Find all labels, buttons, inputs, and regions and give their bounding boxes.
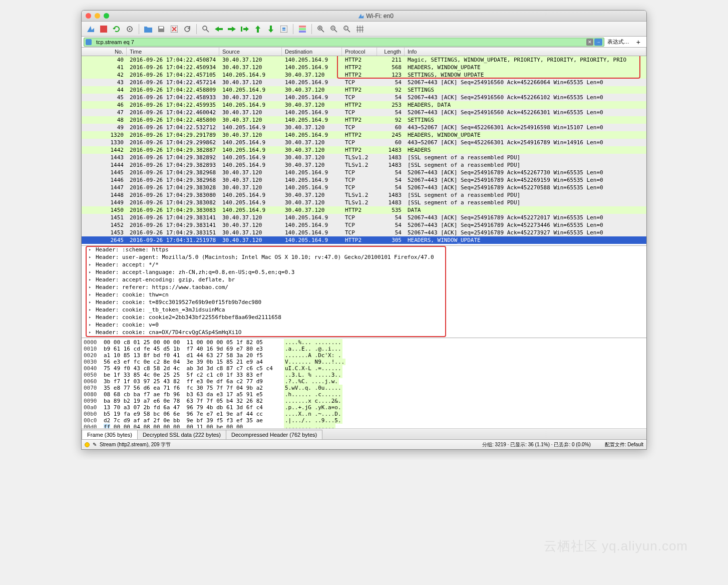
display-filter-input[interactable] xyxy=(84,38,604,47)
packet-row[interactable]: 412016-09-26 17:04:22.45093430.40.37.120… xyxy=(82,64,646,71)
detail-line[interactable]: Header: cookie: cna=DX/7D4rcvQgCASp4SmHq… xyxy=(82,329,646,336)
packet-row[interactable]: 432016-09-26 17:04:22.45721430.40.37.120… xyxy=(82,79,646,86)
hex-row[interactable]: 008008 68 cb ba f7 ae fb 96 b3 63 da e3 … xyxy=(84,391,644,398)
expert-info-icon[interactable] xyxy=(85,442,90,447)
detail-line[interactable]: Header: cookie: cookie2=2bb343bf22556fbb… xyxy=(82,314,646,321)
hex-row[interactable]: 007035 e8 77 56 d6 ea 71 f6 fc 30 75 7f … xyxy=(84,385,644,391)
packet-row[interactable]: 14512016-09-26 17:04:29.38314130.40.37.1… xyxy=(82,214,646,221)
packet-row[interactable]: 14492016-09-26 17:04:29.383082140.205.16… xyxy=(82,199,646,206)
goto-last-button[interactable] xyxy=(265,23,277,35)
col-header-source[interactable]: Source xyxy=(219,48,282,56)
packet-row[interactable]: 14522016-09-26 17:04:29.38314130.40.37.1… xyxy=(82,221,646,229)
packet-row[interactable]: 492016-09-26 17:04:22.532712140.205.164.… xyxy=(82,124,646,131)
detail-line[interactable]: Header: cookie: t=89cc3019527e69b9e0f15f… xyxy=(82,299,646,306)
hex-row[interactable]: 000000 00 c8 01 25 00 00 00 11 00 00 00 … xyxy=(84,339,644,346)
hex-dump[interactable]: 000000 00 c8 01 25 00 00 00 11 00 00 00 … xyxy=(82,338,646,428)
close-button[interactable] xyxy=(86,13,91,19)
prev-packet-button[interactable] xyxy=(213,23,225,35)
packet-row[interactable]: 14472016-09-26 17:04:29.38302830.40.37.1… xyxy=(82,184,646,191)
tab-decompressed[interactable]: Decompressed Header (762 bytes) xyxy=(226,430,322,439)
open-file-button[interactable] xyxy=(142,23,154,35)
minimize-button[interactable] xyxy=(95,13,100,19)
packet-row[interactable]: 14422016-09-26 17:04:29.382887140.205.16… xyxy=(82,146,646,154)
detail-line[interactable]: Header: user-agent: Mozilla/5.0 (Macinto… xyxy=(82,253,646,261)
svg-point-5 xyxy=(203,26,207,30)
packet-row[interactable]: 26452016-09-26 17:04:31.25197830.40.37.1… xyxy=(82,236,646,244)
col-header-info[interactable]: Info xyxy=(405,48,646,56)
col-header-no[interactable]: No. xyxy=(82,48,127,56)
packet-row[interactable]: 452016-09-26 17:04:22.45893330.40.37.120… xyxy=(82,94,646,101)
packet-row[interactable]: 422016-09-26 17:04:22.457105140.205.164.… xyxy=(82,71,646,79)
col-header-proto[interactable]: Protocol xyxy=(342,48,377,56)
packet-row[interactable]: 14442016-09-26 17:04:29.382893140.205.16… xyxy=(82,161,646,169)
expression-button[interactable]: 表达式… xyxy=(604,38,632,46)
filter-bookmark-icon[interactable] xyxy=(86,39,92,45)
detail-line[interactable]: Header: cookie: thw=cn xyxy=(82,291,646,299)
hex-row[interactable]: 0020a1 10 85 13 8f bd f0 41 d1 44 63 27 … xyxy=(84,352,644,359)
packet-row[interactable]: 14452016-09-26 17:04:29.38296830.40.37.1… xyxy=(82,169,646,176)
tab-decrypted[interactable]: Decrypted SSL data (222 bytes) xyxy=(137,430,226,439)
packet-row[interactable]: 472016-09-26 17:04:22.46004230.40.37.120… xyxy=(82,109,646,116)
toolbar: 1 xyxy=(82,22,646,37)
packet-row[interactable]: 14462016-09-26 17:04:29.38296830.40.37.1… xyxy=(82,176,646,184)
packet-list-body[interactable]: 402016-09-26 17:04:22.45087430.40.37.120… xyxy=(82,56,646,245)
hex-row[interactable]: 00a013 70 a3 07 2b fd 6a 47 96 79 4b db … xyxy=(84,404,644,411)
resize-columns-button[interactable] xyxy=(354,23,366,35)
packet-row[interactable]: 462016-09-26 17:04:22.459935140.205.164.… xyxy=(82,101,646,109)
zoom-out-button[interactable] xyxy=(328,23,340,35)
detail-line[interactable]: Header: :scheme: https xyxy=(82,246,646,253)
detail-line[interactable]: Header: accept: */* xyxy=(82,261,646,268)
detail-line[interactable]: Header: cookie: _tb_token_=3mJidsuinMca xyxy=(82,306,646,314)
packet-row[interactable]: 13202016-09-26 17:04:29.29178930.40.37.1… xyxy=(82,131,646,139)
packet-row[interactable]: 14482016-09-26 17:04:29.383080140.205.16… xyxy=(82,191,646,199)
goto-first-button[interactable] xyxy=(252,23,264,35)
edit-icon[interactable]: ✎ xyxy=(93,442,97,447)
zoom-button[interactable] xyxy=(104,13,109,19)
save-button[interactable] xyxy=(155,23,167,35)
packet-row[interactable]: 14502016-09-26 17:04:29.383083140.205.16… xyxy=(82,206,646,214)
reload-button[interactable] xyxy=(181,23,193,35)
add-filter-button[interactable]: + xyxy=(632,38,644,46)
col-header-dest[interactable]: Destination xyxy=(282,48,342,56)
options-button[interactable] xyxy=(124,23,136,35)
clear-filter-button[interactable]: ✕ xyxy=(586,39,593,46)
detail-line[interactable]: Header: accept-encoding: gzip, deflate, … xyxy=(82,276,646,283)
zoom-in-button[interactable] xyxy=(315,23,327,35)
find-button[interactable] xyxy=(200,23,212,35)
packet-row[interactable]: 402016-09-26 17:04:22.45087430.40.37.120… xyxy=(82,56,646,64)
svg-rect-7 xyxy=(299,26,306,28)
start-capture-button[interactable] xyxy=(85,23,97,35)
hex-row[interactable]: 0010b9 61 16 cd fe 45 d5 1b f7 40 16 9d … xyxy=(84,346,644,352)
status-right[interactable]: 配置文件: Default xyxy=(605,441,643,448)
hex-row[interactable]: 0050be 1f 33 85 4c 0e 25 25 5f c2 c1 c0 … xyxy=(84,372,644,378)
hex-row[interactable]: 0090ba 89 b2 19 a7 e6 0e 78 63 7f 7f 05 … xyxy=(84,398,644,404)
packet-row[interactable]: 442016-09-26 17:04:22.458809140.205.164.… xyxy=(82,86,646,94)
stop-capture-button[interactable] xyxy=(98,23,110,35)
hex-row[interactable]: 00b0b5 19 fa e9 58 bc 06 6e 96 7e e7 e1 … xyxy=(84,411,644,417)
next-packet-button[interactable] xyxy=(226,23,238,35)
packet-row[interactable]: 14432016-09-26 17:04:29.382892140.205.16… xyxy=(82,154,646,161)
colorize-button[interactable] xyxy=(296,23,308,35)
hex-row[interactable]: 00d0ff 00 00 04 08 00 00 00 00 11 00 be … xyxy=(84,424,644,428)
packet-row[interactable]: 14532016-09-26 17:04:29.38315130.40.37.1… xyxy=(82,229,646,236)
tab-frame[interactable]: Frame (305 bytes) xyxy=(82,430,138,439)
col-header-length[interactable]: Length xyxy=(377,48,405,56)
hex-row[interactable]: 004075 49 f0 43 c8 58 2d 4c ab 3d 3d c8 … xyxy=(84,365,644,372)
packet-row[interactable]: 482016-09-26 17:04:22.48580030.40.37.120… xyxy=(82,116,646,124)
goto-packet-button[interactable] xyxy=(239,23,251,35)
detail-line[interactable]: Header: referer: https://www.taobao.com/ xyxy=(82,283,646,291)
packet-row[interactable]: 13302016-09-26 17:04:29.299862140.205.16… xyxy=(82,139,646,146)
apply-filter-button[interactable]: → xyxy=(594,39,602,46)
restart-capture-button[interactable] xyxy=(111,23,123,35)
byte-view-tabs: Frame (305 bytes) Decrypted SSL data (22… xyxy=(82,428,646,439)
col-header-time[interactable]: Time xyxy=(127,48,219,56)
hex-row[interactable]: 003056 e3 ef fc 0e c2 8e 04 3e 39 0b 15 … xyxy=(84,359,644,365)
autoscroll-button[interactable] xyxy=(278,23,290,35)
packet-details[interactable]: Header: :scheme: httpsHeader: user-agent… xyxy=(82,245,646,338)
detail-line[interactable]: Header: cookie: v=0 xyxy=(82,321,646,329)
hex-row[interactable]: 00c0d2 7c d9 af af 2f 0e bb 9e bf 39 f5 … xyxy=(84,417,644,424)
detail-line[interactable]: Header: accept-language: zh-CN,zh;q=0.8,… xyxy=(82,268,646,276)
close-file-button[interactable] xyxy=(168,23,180,35)
hex-row[interactable]: 00603b f7 1f 03 97 25 43 82 ff e3 0e df … xyxy=(84,378,644,385)
zoom-reset-button[interactable]: 1 xyxy=(341,23,353,35)
